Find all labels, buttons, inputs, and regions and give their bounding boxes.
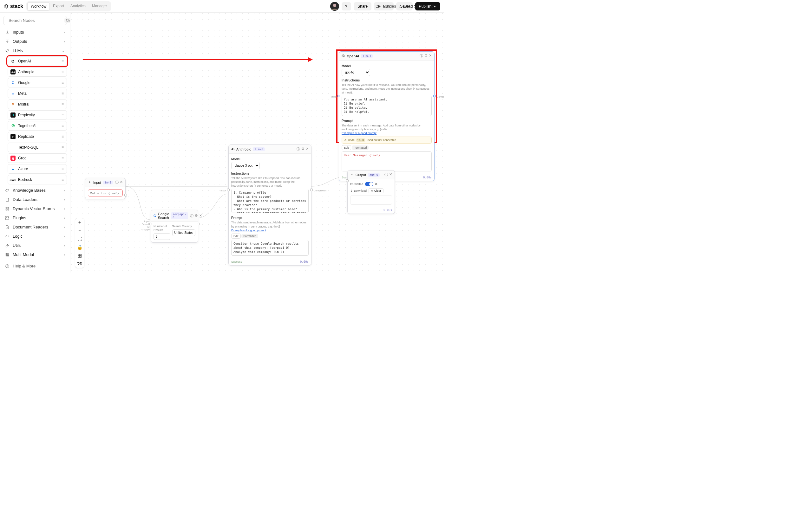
tab-manager[interactable]: Manager [89,2,110,10]
close-icon[interactable]: ✕ [306,147,309,152]
search-field[interactable] [9,18,62,23]
cat-vector-stores[interactable]: Dynamic Vector Stores› [3,204,67,213]
cat-multimodal[interactable]: Multi-Modal› [3,250,67,259]
results-count-input[interactable] [154,233,170,240]
input-handle[interactable] [149,223,152,225]
node-google-search[interactable]: G Google Search serpapi-0 ⓘ⚙✕ Number of … [151,210,198,243]
llm-item-azure[interactable]: ▲Azure≡ [8,164,67,174]
close-icon[interactable]: ✕ [199,214,202,218]
cat-plugins[interactable]: Plugins› [3,213,67,222]
cat-inputs[interactable]: Inputs› [3,27,67,37]
tab-analytics[interactable]: Analytics [67,2,89,10]
close-icon[interactable]: ✕ [389,172,392,177]
llm-item-togetherai[interactable]: ⦿TogetherAI≡ [8,121,67,130]
output-handle[interactable] [197,223,200,225]
prompt-textarea[interactable]: Consider these Google Search results abo… [231,240,309,256]
cat-logic[interactable]: Logic› [3,232,67,241]
download-button[interactable]: ⤓ Download [350,189,367,192]
drag-handle-icon[interactable]: ≡ [61,177,64,182]
cat-outputs[interactable]: Outputs› [3,37,67,46]
prompt-examples-link[interactable]: Examples of a good prompt [342,131,376,135]
input-handle[interactable] [227,188,230,191]
close-icon[interactable]: ✕ [120,180,123,185]
copy-button[interactable]: ⧉ [375,182,377,186]
drag-handle-icon[interactable]: ≡ [61,59,64,63]
prompt-tab-edit[interactable]: Edit [342,145,351,150]
tab-export[interactable]: Export [50,2,67,10]
zoom-in-button[interactable]: ＋ [75,218,84,227]
llm-item-text-to-sql[interactable]: Text-to-SQL≡ [8,143,67,152]
lock-button[interactable]: 🔒 [75,243,84,251]
input-handle[interactable] [338,95,340,97]
prompt-textarea[interactable]: User Message: {in-0} [342,152,432,171]
doc-icon [5,225,9,229]
drag-handle-icon[interactable]: ≡ [61,124,64,128]
instructions-textarea[interactable]: 1. Company profile - What is the sector?… [231,189,309,213]
fit-button[interactable]: ⛶ [75,235,84,243]
formatted-toggle[interactable] [365,182,373,186]
clear-button[interactable]: ✕ Clear [368,188,384,193]
map-button[interactable]: 🗺 [75,260,84,268]
gear-icon[interactable]: ⚙ [424,54,427,58]
node-anthropic[interactable]: A\ Anthropic llm-0 ⓘ⚙✕ Model claude-3-op… [229,145,311,266]
info-icon[interactable]: ⓘ [190,214,194,218]
node-output[interactable]: Output out-0 ⓘ✕ Formatted ⧉ ⤓ Download ✕… [347,170,395,214]
llm-item-anthropic[interactable]: A\Anthropic≡ [8,67,67,77]
prompt-tab-formatted[interactable]: Formatted [241,234,258,238]
info-icon[interactable]: ⓘ [115,180,119,185]
node-input[interactable]: Input in-0 ⓘ✕ [85,178,125,199]
status-text: Success [231,260,242,263]
prompt-tab-edit[interactable]: Edit [231,233,241,239]
cursor-button[interactable] [342,2,351,10]
cat-doc-readers[interactable]: Document Readers› [3,222,67,232]
drag-handle-icon[interactable]: ≡ [61,167,64,171]
cat-utils[interactable]: Utils› [3,241,67,250]
cat-llms[interactable]: LLMs⌄ [3,46,67,55]
search-input[interactable]: CtrlK [3,16,67,25]
country-select[interactable] [172,229,196,236]
zoom-out-button[interactable]: － [75,227,84,235]
output-handle[interactable] [433,95,436,97]
breadcrumb-folder[interactable]: Guides [383,4,396,9]
cat-data-loaders[interactable]: Data Loaders› [3,195,67,204]
drag-handle-icon[interactable]: ≡ [61,80,64,85]
drag-handle-icon[interactable]: ≡ [61,156,64,160]
llm-item-google[interactable]: GGoogle≡ [8,78,67,88]
llm-item-groq[interactable]: gGroq≡ [8,153,67,163]
share-button[interactable]: Share [354,2,371,10]
drag-handle-icon[interactable]: ≡ [61,70,64,74]
llm-item-meta[interactable]: ∞Meta≡ [8,89,67,98]
llm-item-mistral[interactable]: MMistral≡ [8,100,67,109]
info-icon[interactable]: ⓘ [420,54,423,58]
input-value-field[interactable] [88,189,123,196]
close-icon[interactable]: ✕ [429,54,432,58]
gear-icon[interactable]: ⚙ [195,214,198,218]
grid-button[interactable]: ▦ [75,251,84,260]
prompt-tab-formatted[interactable]: Formatted [352,146,368,150]
drag-handle-icon[interactable]: ≡ [61,134,64,139]
llm-item-replicate[interactable]: rReplicate≡ [8,132,67,141]
llm-item-perplexity[interactable]: ✦Perplexity≡ [8,110,67,120]
input-handle[interactable] [346,179,349,182]
avatar[interactable] [330,2,339,11]
gear-icon[interactable]: ⚙ [301,147,305,152]
drag-handle-icon[interactable]: ≡ [61,145,64,150]
breadcrumb-file[interactable]: Lead Scoring Tool [403,4,437,9]
drag-handle-icon[interactable]: ≡ [61,102,64,107]
model-select[interactable]: claude-3-opus [231,162,260,169]
prompt-examples-link[interactable]: Examples of a good prompt [231,229,266,232]
drag-handle-icon[interactable]: ≡ [61,91,64,96]
model-select[interactable]: gpt-4o [342,69,370,76]
cat-kb[interactable]: Knowledge Bases› [3,186,67,195]
info-icon[interactable]: ⓘ [297,147,300,152]
output-handle[interactable] [310,188,313,191]
node-openai[interactable]: ⌬ OpenAI llm-1 ⓘ⚙✕ Model gpt-4o Instruct… [339,51,435,181]
info-icon[interactable]: ⓘ [385,172,388,177]
drag-handle-icon[interactable]: ≡ [61,113,64,117]
tab-workflow[interactable]: Workflow [27,2,50,10]
instructions-textarea[interactable]: You are an AI assistant. 1) Be brief. 2)… [342,96,432,116]
llm-item-openai[interactable]: ⌬OpenAI≡ [8,56,67,66]
help-link[interactable]: Help & More [3,259,67,273]
llm-item-bedrock[interactable]: awsBedrock≡ [8,175,67,184]
output-handle[interactable] [124,194,127,196]
